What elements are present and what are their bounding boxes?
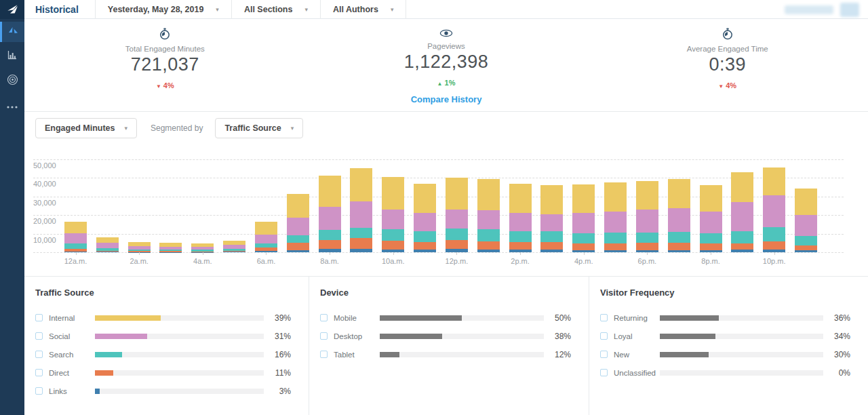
breakdown-row-mobile[interactable]: Mobile50% [309, 309, 589, 327]
compare-history-link[interactable]: Compare History [24, 94, 868, 104]
breakdown-panels: Traffic SourceInternal39%Social31%Search… [24, 277, 868, 415]
redacted-avatar[interactable] [840, 3, 859, 17]
breakdown-row-social[interactable]: Social31% [24, 327, 309, 345]
stacked-bar-10pm[interactable] [763, 167, 785, 252]
x-axis-tick-label: 12a.m. [64, 257, 87, 265]
sections-filter-dropdown[interactable]: All Sections ▾ [232, 0, 320, 19]
bar-segment-internal [159, 243, 182, 246]
percent-bar-fill [380, 315, 462, 321]
stacked-bar-3pm[interactable] [540, 185, 563, 252]
checkbox[interactable] [35, 332, 43, 340]
stat-total-engaged-minutes: Total Engaged Minutes721,037▼4% [24, 28, 306, 90]
breakdown-row-direct[interactable]: Direct11% [24, 363, 309, 382]
x-axis-tick [520, 252, 521, 255]
stacked-bar-1am[interactable] [96, 237, 119, 252]
checkbox[interactable] [35, 351, 43, 358]
checkbox[interactable] [35, 369, 43, 376]
breakdown-row-loyal[interactable]: Loyal34% [589, 327, 868, 345]
bar-segment-direct [350, 238, 372, 248]
checkbox[interactable] [600, 332, 608, 340]
row-percent: 11% [264, 368, 291, 378]
bar-segment-links [223, 252, 245, 252]
percent-bar-fill [95, 315, 161, 321]
stacked-bar-6pm[interactable] [636, 181, 658, 252]
percent-bar-track [660, 334, 823, 339]
stacked-bar-3am[interactable] [159, 243, 182, 252]
checkbox[interactable] [320, 351, 328, 358]
stacked-bar-5am[interactable] [223, 241, 245, 252]
segment-label: Traffic Source [224, 123, 281, 133]
bar-segment-direct [795, 245, 817, 251]
breakdown-row-internal[interactable]: Internal39% [24, 309, 309, 327]
checkbox[interactable] [600, 314, 608, 321]
bar-segment-search [128, 250, 151, 252]
checkbox[interactable] [600, 351, 608, 358]
sections-filter-label: All Sections [244, 5, 293, 14]
segment-dropdown-button[interactable]: Traffic Source ▾ [215, 118, 303, 138]
checkbox[interactable] [320, 332, 328, 340]
percent-bar-track [95, 334, 264, 339]
stacked-bar-8pm[interactable] [700, 185, 722, 252]
breakdown-row-links[interactable]: Links3% [24, 382, 309, 400]
sidebar-item-realtime[interactable] [0, 22, 24, 42]
stacked-bar-11am[interactable] [414, 184, 436, 252]
percent-bar-track [95, 389, 264, 394]
stacked-bar-5pm[interactable] [604, 182, 627, 252]
row-label: Unclassified [614, 369, 660, 377]
stacked-bar-8am[interactable] [319, 176, 341, 252]
stacked-bar-7am[interactable] [287, 194, 309, 252]
stacked-bar-4pm[interactable] [572, 184, 595, 252]
breakdown-row-tablet[interactable]: Tablet12% [309, 345, 589, 363]
sidebar-item-historical[interactable] [0, 46, 24, 66]
stacked-bar-9am[interactable] [350, 168, 372, 252]
stacked-bar-4am[interactable] [191, 243, 214, 252]
breakdown-row-desktop[interactable]: Desktop38% [309, 327, 589, 345]
bar-segment-internal [255, 222, 277, 234]
stacked-bar-1pm[interactable] [477, 179, 500, 252]
x-axis-tick [203, 252, 203, 255]
topbar: Historical Yesterday, May 28, 2019 ▾ All… [24, 0, 868, 19]
bar-segment-internal [700, 185, 722, 212]
percent-bar-track [380, 315, 544, 321]
bar-segment-search [64, 243, 87, 249]
bar-segment-social [446, 210, 468, 229]
bar-segment-direct [668, 243, 690, 250]
breakdown-row-new[interactable]: New30% [589, 345, 868, 363]
stacked-bar-12am[interactable] [64, 222, 87, 252]
bar-segment-social [509, 213, 532, 231]
bar-segment-direct [287, 243, 309, 250]
stat-change: ▼4% [587, 81, 868, 90]
stacked-bar-2pm[interactable] [509, 184, 532, 252]
bar-segment-social [731, 202, 753, 232]
percent-bar-fill [380, 334, 442, 339]
stacked-bar-10am[interactable] [382, 177, 404, 252]
stat-label: Average Engaged Time [587, 45, 868, 53]
stacked-bar-12pm[interactable] [446, 178, 468, 252]
engaged-minutes-stacked-bar-chart: 50,00040,00030,00020,00010,00012a.m.2a.m… [24, 144, 868, 277]
breakdown-row-search[interactable]: Search16% [24, 345, 309, 363]
bar-segment-search [636, 233, 658, 243]
bar-segment-direct [64, 249, 87, 252]
stat-value: 721,037 [24, 54, 306, 75]
stacked-bar-7pm[interactable] [668, 179, 690, 252]
checkbox[interactable] [35, 387, 43, 395]
bar-segment-links [731, 250, 753, 252]
stacked-bar-6am[interactable] [255, 222, 277, 252]
sidebar-item-more[interactable] [0, 95, 24, 115]
chart-controls: Engaged Minutes ▾ Segmented by Traffic S… [24, 112, 868, 144]
checkbox[interactable] [320, 314, 328, 321]
panel-device: DeviceMobile50%Desktop38%Tablet12% [309, 277, 589, 415]
stacked-bar-2am[interactable] [128, 242, 151, 252]
stats-row: Total Engaged Minutes721,037▼4%Pageviews… [24, 19, 868, 90]
stacked-bar-9pm[interactable] [731, 172, 753, 252]
metric-dropdown-button[interactable]: Engaged Minutes ▾ [35, 118, 137, 138]
date-filter-dropdown[interactable]: Yesterday, May 28, 2019 ▾ [96, 0, 231, 19]
checkbox[interactable] [600, 369, 608, 376]
sidebar-item-goals[interactable] [0, 71, 24, 91]
breakdown-row-unclassified[interactable]: Unclassified0% [589, 363, 868, 382]
authors-filter-dropdown[interactable]: All Authors ▾ [321, 0, 406, 19]
checkbox[interactable] [35, 314, 43, 321]
breakdown-row-returning[interactable]: Returning36% [589, 309, 868, 327]
parsely-logo-icon[interactable] [0, 0, 24, 19]
stacked-bar-11pm[interactable] [795, 189, 817, 252]
